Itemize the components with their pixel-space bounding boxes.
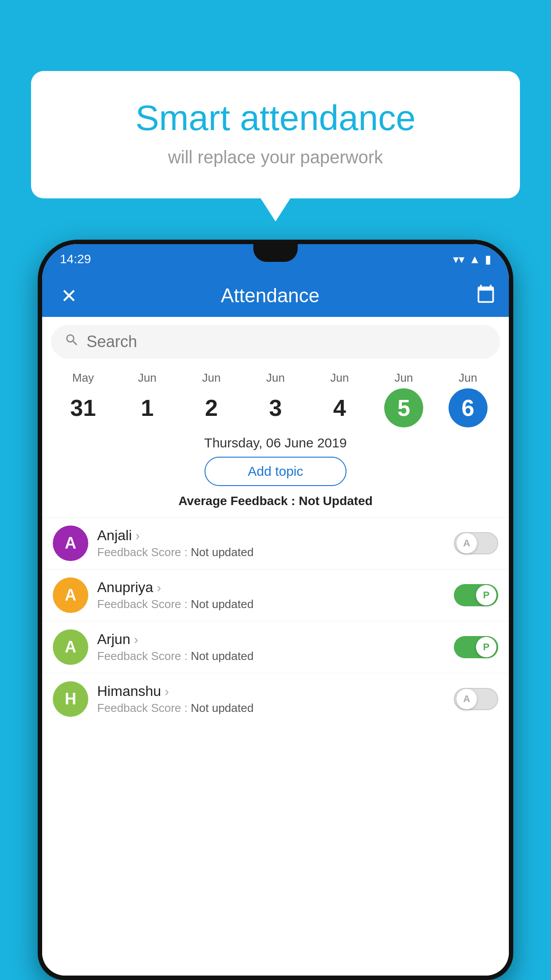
calendar-day[interactable]: Jun 4 — [313, 371, 366, 427]
average-feedback: Average Feedback : Not Updated — [42, 494, 509, 508]
attendance-toggle[interactable]: A — [454, 532, 498, 554]
calendar-date-num: 6 — [449, 388, 488, 427]
calendar-strip: May 31 Jun 1 Jun 2 Jun 3 Jun 4 Jun 5 Jun… — [42, 367, 509, 427]
student-item[interactable]: H Himanshu Feedback Score : Not updated … — [42, 673, 509, 725]
student-name: Himanshu — [97, 683, 445, 699]
calendar-month: Jun — [331, 371, 349, 385]
status-time: 14:29 — [60, 252, 91, 266]
status-bar: 14:29 ▾▾ ▲ ▮ — [42, 244, 509, 274]
student-name: Arjun — [97, 631, 445, 648]
student-feedback-score: Feedback Score : Not updated — [97, 649, 445, 663]
search-input[interactable] — [87, 332, 487, 351]
calendar-month: Jun — [394, 371, 413, 385]
toggle-knob: P — [476, 637, 496, 657]
calendar-day[interactable]: May 31 — [56, 371, 110, 427]
speech-bubble-container: Smart attendance will replace your paper… — [31, 71, 520, 198]
speech-title: Smart attendance — [67, 98, 484, 138]
calendar-month: Jun — [138, 371, 157, 385]
student-info: Anjali Feedback Score : Not updated — [97, 527, 445, 559]
student-info: Himanshu Feedback Score : Not updated — [97, 683, 445, 715]
speech-subtitle: will replace your paperwork — [67, 147, 484, 167]
student-avatar: A — [53, 526, 88, 561]
student-feedback-score: Feedback Score : Not updated — [97, 701, 445, 715]
attendance-toggle[interactable]: A — [454, 688, 498, 710]
phone-screen: 14:29 ▾▾ ▲ ▮ ✕ Attendance — [42, 244, 509, 976]
search-container[interactable] — [51, 325, 500, 359]
wifi-icon: ▾▾ — [453, 253, 464, 266]
calendar-day[interactable]: Jun 3 — [249, 371, 302, 427]
calendar-month: Jun — [202, 371, 220, 385]
student-avatar: A — [53, 629, 88, 665]
notch — [253, 244, 298, 262]
app-title: Attendance — [91, 285, 449, 307]
calendar-date-num: 5 — [384, 388, 423, 427]
speech-bubble: Smart attendance will replace your paper… — [31, 71, 520, 198]
student-feedback-score: Feedback Score : Not updated — [97, 545, 445, 559]
calendar-date-num: 4 — [320, 388, 359, 427]
add-topic-button[interactable]: Add topic — [205, 457, 346, 486]
app-bar: ✕ Attendance — [42, 274, 509, 317]
student-item[interactable]: A Arjun Feedback Score : Not updated P — [42, 621, 509, 673]
app-content: May 31 Jun 1 Jun 2 Jun 3 Jun 4 Jun 5 Jun… — [42, 317, 509, 976]
calendar-date-num: 1 — [128, 388, 167, 427]
calendar-date-num: 2 — [192, 388, 231, 427]
search-icon — [64, 332, 79, 352]
student-avatar: H — [53, 681, 88, 717]
feedback-label-text: Average Feedback : — [178, 494, 299, 508]
calendar-icon[interactable] — [476, 284, 496, 308]
calendar-date-num: 31 — [63, 388, 102, 427]
battery-icon: ▮ — [485, 253, 491, 266]
student-avatar: A — [53, 577, 88, 613]
student-info: Anupriya Feedback Score : Not updated — [97, 579, 445, 611]
calendar-date-num: 3 — [256, 388, 295, 427]
toggle-knob: A — [457, 689, 477, 709]
calendar-day[interactable]: Jun 6 — [441, 371, 495, 427]
calendar-month: Jun — [459, 371, 477, 385]
student-name: Anjali — [97, 527, 445, 544]
calendar-month: Jun — [266, 371, 285, 385]
calendar-month: May — [72, 371, 94, 385]
toggle-knob: P — [476, 585, 496, 605]
toggle-knob: A — [457, 533, 477, 553]
calendar-day[interactable]: Jun 2 — [185, 371, 238, 427]
selected-date: Thursday, 06 June 2019 — [42, 435, 509, 450]
student-feedback-score: Feedback Score : Not updated — [97, 597, 445, 611]
status-icons: ▾▾ ▲ ▮ — [453, 253, 491, 266]
student-item[interactable]: A Anupriya Feedback Score : Not updated … — [42, 569, 509, 621]
calendar-day[interactable]: Jun 1 — [121, 371, 174, 427]
attendance-toggle[interactable]: P — [454, 636, 498, 658]
student-info: Arjun Feedback Score : Not updated — [97, 631, 445, 663]
student-item[interactable]: A Anjali Feedback Score : Not updated A — [42, 517, 509, 569]
close-button[interactable]: ✕ — [55, 285, 82, 307]
calendar-day[interactable]: Jun 5 — [377, 371, 430, 427]
student-name: Anupriya — [97, 579, 445, 596]
students-list: A Anjali Feedback Score : Not updated A … — [42, 517, 509, 725]
signal-icon: ▲ — [469, 253, 480, 266]
attendance-toggle[interactable]: P — [454, 584, 498, 606]
feedback-value: Not Updated — [299, 494, 372, 508]
phone-frame: 14:29 ▾▾ ▲ ▮ ✕ Attendance — [38, 240, 513, 980]
